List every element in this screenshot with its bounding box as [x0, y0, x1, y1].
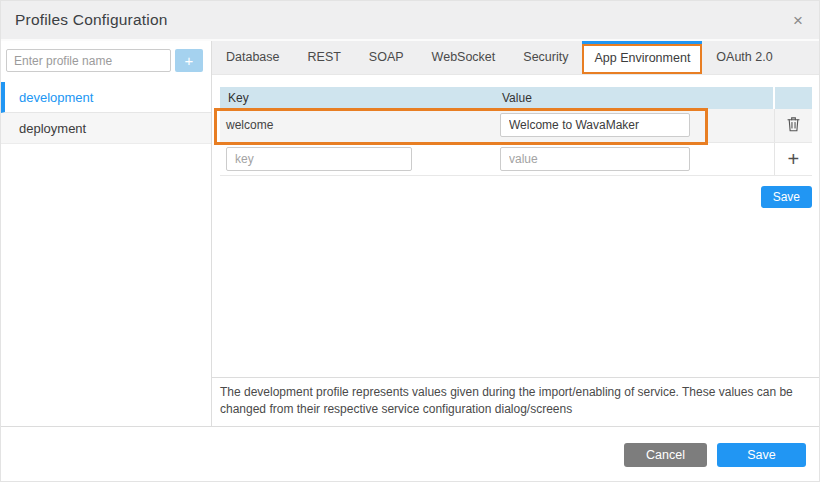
save-button[interactable]: Save [717, 443, 806, 467]
add-row-button[interactable]: + [787, 149, 799, 169]
tab-security[interactable]: Security [509, 41, 582, 74]
table-save-button[interactable]: Save [761, 186, 812, 208]
sidebar-item-development[interactable]: development [1, 82, 211, 113]
table-row: welcome [220, 109, 812, 142]
tab-websocket[interactable]: WebSocket [418, 41, 510, 74]
profiles-sidebar: + development deployment [1, 41, 212, 426]
tab-rest[interactable]: REST [294, 41, 355, 74]
column-header-value: Value [494, 87, 774, 109]
profile-description: The development profile represents value… [212, 377, 819, 426]
trash-icon [786, 116, 801, 132]
column-header-actions [774, 87, 812, 109]
profile-item-label: development [19, 90, 93, 105]
profile-item-label: deployment [19, 121, 86, 136]
page-title: Profiles Configuration [15, 11, 168, 29]
service-tabs: Database REST SOAP WebSocket Security Ap… [212, 41, 819, 75]
add-profile-button[interactable]: + [175, 49, 203, 72]
new-entry-row: + [220, 142, 812, 175]
new-key-input[interactable] [226, 147, 412, 171]
tab-oauth[interactable]: OAuth 2.0 [702, 41, 786, 74]
value-input[interactable] [500, 113, 690, 137]
profile-name-input[interactable] [6, 49, 171, 72]
tab-database[interactable]: Database [212, 41, 294, 74]
new-value-input[interactable] [500, 147, 690, 171]
profile-list: development deployment [1, 82, 211, 144]
close-icon[interactable]: × [793, 12, 803, 29]
tab-soap[interactable]: SOAP [355, 41, 418, 74]
key-cell: welcome [220, 109, 494, 142]
dialog-header: Profiles Configuration × [1, 1, 819, 41]
table-header-row: Key Value [220, 87, 812, 109]
profile-add-row: + [1, 41, 211, 80]
cancel-button[interactable]: Cancel [624, 443, 707, 467]
key-value-table: Key Value welcome [220, 87, 812, 176]
tab-app-environment[interactable]: App Environment [582, 41, 702, 74]
app-environment-panel: Key Value welcome [212, 75, 819, 377]
dialog-footer: Cancel Save [1, 426, 819, 482]
sidebar-item-deployment[interactable]: deployment [1, 113, 211, 144]
profile-content: Database REST SOAP WebSocket Security Ap… [212, 41, 819, 426]
column-header-key: Key [220, 87, 494, 109]
delete-row-button[interactable] [786, 116, 801, 132]
profiles-configuration-dialog: Profiles Configuration × + development d… [0, 0, 820, 482]
